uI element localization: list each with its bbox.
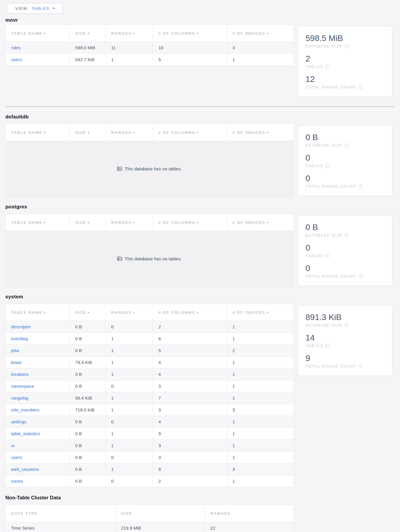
column-header-size[interactable]: SIZE▼ [70, 25, 106, 42]
stat-tables: 14 TABLES i [305, 333, 389, 348]
stat-label: DATABASE SIZE i [305, 323, 389, 327]
cell-columns: 4 [153, 416, 227, 428]
sort-arrow-icon: ▼ [43, 221, 47, 224]
table-name-link[interactable]: eventlog [11, 336, 28, 341]
info-icon[interactable]: i [325, 65, 329, 69]
info-icon[interactable]: i [345, 143, 349, 147]
cell-table-name: users [6, 54, 70, 66]
stat-label: TOTAL RANGE COUNT i [305, 364, 389, 368]
table-name-link[interactable]: settings [11, 419, 26, 424]
cell-size: 79.4 KiB [70, 357, 106, 368]
cell-columns: 7 [153, 392, 227, 404]
column-header-of-indices[interactable]: # OF INDICES▼ [227, 304, 294, 321]
sort-arrow-icon: ▼ [266, 311, 269, 314]
info-icon[interactable]: i [359, 274, 363, 278]
info-icon[interactable]: i [325, 344, 329, 348]
cell-size: 0 B [70, 463, 106, 475]
stat-label-text: TABLES [305, 64, 323, 69]
table-row: eventlog 0 B 1 6 1 [6, 333, 294, 345]
cell-table-name: web_sessions [6, 463, 70, 475]
table-row: rides 598.0 MiB 11 10 3 [6, 42, 294, 54]
cell-table-name: lease [6, 357, 70, 368]
column-header-of-columns[interactable]: # OF COLUMNS▼ [153, 304, 227, 321]
table-header-row: DATA TYPE SIZE RANGES [6, 505, 294, 522]
table-name-link[interactable]: rides [11, 45, 21, 50]
table-name-link[interactable]: role_members [11, 407, 40, 412]
cell-size: 0 B [70, 345, 106, 357]
column-header-of-indices[interactable]: # OF INDICES▼ [227, 124, 294, 141]
cell-size: 0 B [70, 452, 106, 463]
table-name-link[interactable]: rangelog [11, 395, 28, 400]
sort-arrow-icon: ▼ [87, 32, 90, 35]
cell-table-name: rides [6, 42, 70, 54]
table-name-link[interactable]: table_statistics [11, 431, 40, 436]
empty-message: This database has no tables. [125, 256, 182, 261]
table-name-link[interactable]: namespace [11, 384, 34, 389]
database-sections: movr TABLE NAME▼ SIZE▼ RANGES▼ # OF COLU… [5, 17, 400, 487]
info-icon[interactable]: i [325, 164, 329, 168]
sort-arrow-icon: ▼ [266, 32, 269, 35]
table-row: jobs 0 B 1 5 2 [6, 345, 294, 357]
table-name-link[interactable]: descriptor [11, 324, 31, 329]
column-header-table-name[interactable]: TABLE NAME▼ [6, 304, 70, 321]
table-name-link[interactable]: web_sessions [11, 467, 39, 472]
cell-columns: 4 [153, 368, 227, 380]
stat-value: 598.5 MiB [305, 34, 389, 43]
table-name-link[interactable]: jobs [11, 348, 19, 353]
sort-arrow-icon: ▼ [196, 311, 199, 314]
info-icon[interactable]: i [345, 233, 349, 237]
column-header-size[interactable]: SIZE▼ [70, 124, 106, 141]
info-icon[interactable]: i [345, 323, 349, 327]
info-icon[interactable]: i [345, 44, 349, 48]
column-header-of-columns[interactable]: # OF COLUMNS▼ [153, 214, 227, 231]
stat-label: DATABASE SIZE i [305, 44, 389, 48]
column-header-table-name[interactable]: TABLE NAME▼ [6, 124, 70, 141]
table-name-link[interactable]: ui [11, 443, 15, 448]
cell-indices: 1 [227, 392, 294, 404]
database-name-heading: defaultdb [5, 114, 400, 120]
cell-columns: 9 [153, 428, 227, 440]
database-stats-panel: 891.3 KiB DATABASE SIZE i 14 TABLES i 9 … [298, 305, 392, 376]
cell-columns: 5 [153, 54, 227, 66]
table-name-link[interactable]: users [11, 455, 22, 460]
cell-indices: 3 [227, 463, 294, 475]
info-icon[interactable]: i [359, 184, 363, 188]
info-icon[interactable]: i [359, 364, 363, 368]
column-header-of-indices[interactable]: # OF INDICES▼ [227, 25, 294, 42]
info-icon[interactable]: i [325, 254, 329, 258]
column-header-ranges[interactable]: RANGES▼ [106, 124, 153, 141]
table-name-link[interactable]: users [11, 57, 22, 62]
cell-size: 0 B [70, 321, 106, 333]
column-header-of-indices[interactable]: # OF INDICES▼ [227, 214, 294, 231]
cell-table-name: zones [6, 475, 70, 487]
cell-ranges: 1 [106, 463, 153, 475]
empty-message: This database has no tables. [125, 166, 182, 171]
table-row: Time Series 219.9 MiB 22 [6, 522, 294, 532]
column-header-ranges[interactable]: RANGES▼ [106, 214, 153, 231]
view-selector-button[interactable]: VIEW: TABLES [7, 3, 63, 14]
cell-indices: 1 [227, 416, 294, 428]
table-row: users 0 B 0 3 1 [6, 452, 294, 463]
cell-ranges: 1 [106, 428, 153, 440]
column-header-table-name[interactable]: TABLE NAME▼ [6, 214, 70, 231]
column-header-label: # OF COLUMNS [158, 220, 195, 225]
stat-label: TABLES i [305, 64, 389, 69]
column-header-ranges[interactable]: RANGES▼ [106, 25, 153, 42]
table-name-link[interactable]: lease [11, 360, 22, 365]
table-name-link[interactable]: zones [11, 479, 23, 484]
table-name-link[interactable]: locations [11, 372, 29, 377]
column-header-ranges[interactable]: RANGES▼ [106, 304, 153, 321]
column-header-of-columns[interactable]: # OF COLUMNS▼ [153, 25, 227, 42]
column-header-size[interactable]: SIZE▼ [70, 304, 106, 321]
stat-label: TABLES i [305, 254, 389, 258]
table-row: namespace 0 B 0 3 1 [6, 380, 294, 392]
stat-label: TABLES i [305, 164, 389, 168]
cell-table-name: namespace [6, 380, 70, 392]
column-header-of-columns[interactable]: # OF COLUMNS▼ [153, 124, 227, 141]
column-header-size[interactable]: SIZE▼ [70, 214, 106, 231]
stat-label-text: DATABASE SIZE [305, 233, 343, 238]
column-header-table-name[interactable]: TABLE NAME▼ [6, 25, 70, 42]
cell-ranges: 1 [106, 357, 153, 368]
stat-label: DATABASE SIZE i [305, 143, 389, 148]
info-icon[interactable]: i [359, 85, 363, 89]
